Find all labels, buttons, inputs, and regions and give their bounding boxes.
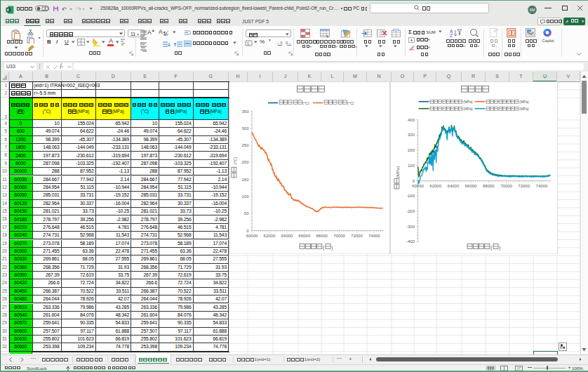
svg-text:(MPa): (MPa) bbox=[519, 107, 529, 111]
svg-text:(°C): (°C) bbox=[233, 157, 237, 164]
svg-text:(MPa): (MPa) bbox=[463, 107, 473, 111]
svg-text:(°C): (°C) bbox=[347, 100, 354, 105]
svg-text:): ) bbox=[331, 244, 333, 250]
svg-text:100: 100 bbox=[408, 163, 415, 167]
svg-text:60000: 60000 bbox=[412, 184, 424, 188]
svg-text:70000: 70000 bbox=[500, 184, 512, 188]
svg-text:68000: 68000 bbox=[483, 184, 495, 188]
svg-text:100: 100 bbox=[241, 194, 249, 198]
svg-text:64000: 64000 bbox=[281, 234, 293, 238]
svg-text:72000: 72000 bbox=[518, 184, 530, 188]
svg-text:350: 350 bbox=[241, 109, 249, 113]
svg-text:400: 400 bbox=[408, 117, 415, 121]
svg-text:(MPa): (MPa) bbox=[519, 100, 529, 104]
svg-text:-100: -100 bbox=[406, 194, 415, 198]
svg-text:250: 250 bbox=[241, 143, 249, 147]
svg-text:66000: 66000 bbox=[465, 184, 477, 188]
svg-text:-200: -200 bbox=[406, 208, 415, 213]
svg-text:74000: 74000 bbox=[368, 234, 380, 238]
svg-text:-300: -300 bbox=[406, 224, 415, 228]
svg-text:62000: 62000 bbox=[263, 234, 275, 238]
svg-text:70000: 70000 bbox=[333, 234, 345, 238]
svg-text:72000: 72000 bbox=[351, 234, 363, 238]
svg-text:150: 150 bbox=[241, 177, 249, 181]
svg-text:300: 300 bbox=[408, 133, 415, 137]
svg-text:64000: 64000 bbox=[448, 184, 460, 188]
svg-text:68000: 68000 bbox=[316, 234, 328, 238]
svg-text:300: 300 bbox=[241, 126, 249, 130]
svg-text:-400: -400 bbox=[406, 239, 415, 244]
svg-text:50: 50 bbox=[243, 211, 248, 215]
svg-text:200: 200 bbox=[241, 160, 249, 164]
svg-text:74000: 74000 bbox=[536, 184, 548, 188]
svg-text:200: 200 bbox=[408, 148, 415, 152]
svg-text:62000: 62000 bbox=[429, 184, 441, 188]
svg-text:(°C): (°C) bbox=[302, 100, 309, 105]
svg-text:66000: 66000 bbox=[298, 234, 310, 238]
svg-text:(MPa): (MPa) bbox=[396, 166, 400, 177]
svg-text:(MPa): (MPa) bbox=[463, 100, 473, 104]
svg-text:): ) bbox=[499, 244, 500, 250]
svg-text:60000: 60000 bbox=[246, 234, 258, 238]
